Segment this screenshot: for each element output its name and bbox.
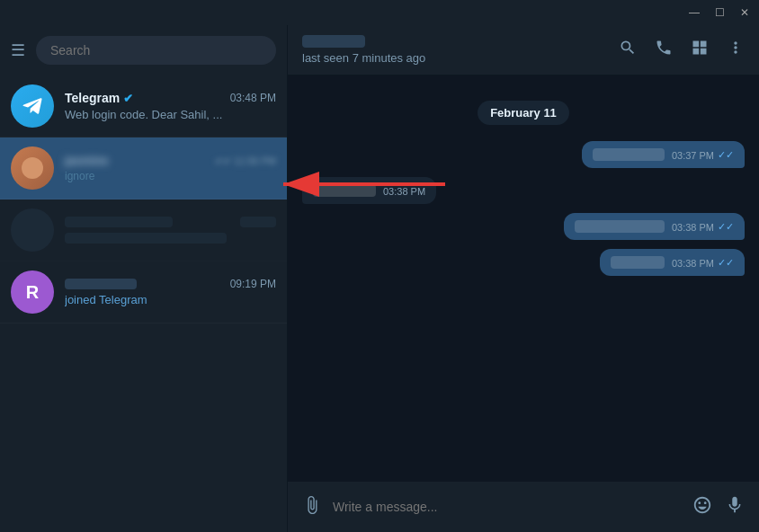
search-input[interactable]	[36, 36, 276, 65]
search-icon[interactable]	[619, 39, 637, 61]
msg-content-3	[575, 220, 665, 233]
close-button[interactable]: ✕	[737, 6, 752, 19]
message-bubble-4: 03:38 PM ✓✓	[600, 249, 745, 276]
messages-area: February 11 03:37 PM ✓✓ 03:38 PM	[288, 75, 759, 482]
chat-info-r: 09:19 PM joined Telegram	[65, 278, 276, 306]
chat-info-telegram: Telegram ✔ 03:48 PM Web login code. Dear…	[65, 91, 276, 121]
chat-header-name-placeholder	[302, 35, 365, 48]
chat-area: last seen 7 minutes ago	[288, 25, 759, 532]
message-row-2: 03:38 PM	[302, 177, 745, 204]
date-divider: February 11	[302, 101, 745, 125]
preview-placeholder	[65, 233, 227, 244]
chat-preview-r: joined Telegram	[65, 293, 276, 306]
verified-icon: ✔	[123, 92, 133, 105]
chat-name-jasmine: jasmine	[65, 154, 108, 167]
time-placeholder	[240, 217, 276, 227]
maximize-button[interactable]: ☐	[712, 6, 727, 19]
more-icon[interactable]	[727, 39, 745, 61]
msg-check-3: ✓✓	[718, 221, 734, 233]
msg-time-3: 03:38 PM	[672, 222, 714, 233]
message-row-1: 03:37 PM ✓✓	[302, 141, 745, 168]
hamburger-icon[interactable]: ☰	[11, 40, 25, 60]
chat-time-jasmine: ✔✔ 11:56 PM	[215, 155, 276, 167]
message-row-4: 03:38 PM ✓✓	[302, 249, 745, 276]
msg-meta-4: 03:38 PM ✓✓	[672, 257, 734, 269]
chat-name-r	[65, 279, 137, 289]
avatar-r: R	[11, 270, 54, 314]
msg-time-1: 03:37 PM	[672, 150, 714, 161]
chat-name-telegram: Telegram ✔	[65, 91, 133, 105]
sidebar: ☰ Telegram ✔ 03:48 PM	[0, 25, 288, 532]
chat-header: last seen 7 minutes ago	[288, 25, 759, 75]
msg-meta-3: 03:38 PM ✓✓	[672, 221, 734, 233]
emoji-icon[interactable]	[692, 495, 712, 519]
chat-info-empty1	[65, 217, 276, 244]
msg-content-2	[313, 184, 376, 197]
msg-content-4	[611, 256, 665, 269]
chat-item-r[interactable]: R 09:19 PM joined Telegram	[0, 262, 287, 324]
layout-icon[interactable]	[691, 39, 709, 61]
msg-content-1	[593, 148, 665, 161]
phone-icon[interactable]	[655, 39, 673, 61]
msg-check-4: ✓✓	[718, 257, 734, 269]
input-area	[288, 482, 759, 532]
msg-check-1: ✓✓	[718, 149, 734, 161]
msg-time-2: 03:38 PM	[383, 186, 425, 197]
msg-meta-2: 03:38 PM	[383, 186, 425, 197]
chat-header-status: last seen 7 minutes ago	[302, 51, 619, 65]
input-right-icons	[692, 495, 745, 519]
minimize-button[interactable]: —	[687, 6, 701, 19]
avatar-placeholder1	[11, 208, 54, 252]
sidebar-header: ☰	[0, 25, 287, 75]
chat-preview-telegram: Web login code. Dear Sahil, ...	[65, 108, 276, 121]
chat-item-jasmine[interactable]: jasmine ✔✔ 11:56 PM ignore	[0, 137, 287, 200]
chat-preview-jasmine: ignore	[65, 170, 276, 182]
chat-header-actions	[619, 39, 745, 61]
attach-icon[interactable]	[302, 495, 322, 519]
chat-list: Telegram ✔ 03:48 PM Web login code. Dear…	[0, 75, 287, 532]
blurred-name: jasmine	[65, 154, 108, 167]
message-bubble-2: 03:38 PM	[302, 177, 436, 204]
chat-item-telegram[interactable]: Telegram ✔ 03:48 PM Web login code. Dear…	[0, 75, 287, 137]
title-bar: — ☐ ✕	[0, 0, 759, 25]
name-placeholder	[65, 217, 173, 227]
chat-header-info: last seen 7 minutes ago	[302, 35, 619, 65]
chat-time-r: 09:19 PM	[230, 278, 276, 290]
chat-info-jasmine: jasmine ✔✔ 11:56 PM ignore	[65, 154, 276, 182]
date-badge: February 11	[478, 101, 569, 125]
chat-time-telegram: 03:48 PM	[230, 92, 276, 104]
message-input[interactable]	[333, 500, 682, 514]
message-bubble-3: 03:38 PM ✓✓	[564, 213, 745, 240]
avatar-telegram	[11, 84, 54, 128]
message-row-3: 03:38 PM ✓✓	[302, 213, 745, 240]
chat-item-empty1[interactable]	[0, 200, 287, 262]
msg-meta-1: 03:37 PM ✓✓	[672, 149, 734, 161]
message-bubble-1: 03:37 PM ✓✓	[582, 141, 745, 168]
mic-icon[interactable]	[725, 495, 745, 519]
main-layout: ☰ Telegram ✔ 03:48 PM	[0, 25, 759, 532]
msg-time-4: 03:38 PM	[672, 258, 714, 269]
avatar-jasmine	[11, 146, 54, 190]
